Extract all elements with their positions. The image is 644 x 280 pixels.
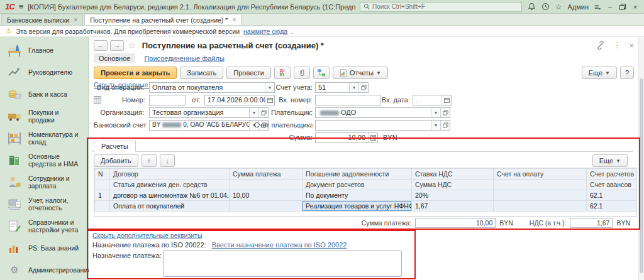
accounting-account-field[interactable]: 51 ▾ bbox=[315, 82, 369, 93]
scrollbar-thumb[interactable] bbox=[640, 78, 643, 273]
table-row[interactable]: Оплата от покупателей Реализация товаров… bbox=[95, 201, 637, 212]
close-tab-icon[interactable]: × bbox=[232, 16, 236, 23]
vat-rate-cell[interactable]: 20% bbox=[412, 190, 494, 201]
payment-purpose-textarea[interactable] bbox=[163, 250, 402, 277]
user-name[interactable]: Админ bbox=[567, 3, 589, 11]
number-field[interactable] bbox=[149, 95, 186, 105]
payer-field[interactable]: ОДО ▾ bbox=[315, 107, 450, 118]
document-structure-button[interactable] bbox=[313, 67, 330, 79]
dropdown-icon[interactable]: ▾ bbox=[349, 83, 358, 92]
total-vat-field[interactable]: 1,67 bbox=[570, 218, 613, 228]
dtkt-postings-button[interactable]: ДтКт bbox=[274, 67, 291, 79]
chevron-down-icon: ▼ bbox=[616, 158, 621, 164]
sidebar-item-nomenclature-warehouse[interactable]: Номенклатура и склад bbox=[6, 129, 87, 147]
help-button[interactable]: ? bbox=[620, 67, 634, 79]
bank-account-field[interactable]: BY0, ОАО 'АСБ БЕЛАРУСБА ▾ bbox=[149, 120, 269, 131]
favorites-star-icon[interactable]: ☆ bbox=[555, 3, 562, 11]
search-input[interactable] bbox=[372, 3, 518, 10]
open-item-icon[interactable] bbox=[440, 121, 450, 130]
tab-attached-files[interactable]: Присоединенные файлы bbox=[144, 55, 224, 62]
settlements-table: N Договор Сумма платежа Погашение задолж… bbox=[94, 168, 637, 217]
post-button[interactable]: Провести bbox=[226, 67, 271, 79]
sidebar-item-manager[interactable]: Руководителю bbox=[6, 63, 87, 81]
sidebar-item-employees-salary[interactable]: Сотрудники и зарплата bbox=[6, 173, 87, 191]
total-amount-label: Сумма платежа: bbox=[362, 219, 412, 227]
global-search[interactable] bbox=[360, 2, 522, 12]
payment-amount-cell[interactable]: 10,00 bbox=[230, 190, 303, 201]
payer-account-field[interactable]: ▾ bbox=[315, 120, 450, 131]
move-row-down-button[interactable]: ↓ bbox=[160, 154, 175, 167]
sidebar-item-knowledge-base[interactable]: PS: База знаний bbox=[6, 239, 87, 257]
tab-main[interactable]: Основное bbox=[94, 53, 135, 63]
amount-label: Сумма: bbox=[251, 134, 313, 141]
advance-account-cell[interactable]: 62.1 bbox=[587, 201, 637, 212]
repayment-cell[interactable]: По документу bbox=[303, 190, 412, 201]
sidebar-item-handbooks-settings[interactable]: Справочники и настройки учета bbox=[6, 217, 87, 235]
sidebar-item-bank-cash[interactable]: Банк и касса bbox=[6, 85, 87, 103]
vertical-scrollbar[interactable] bbox=[638, 37, 644, 280]
tab-settlements[interactable]: Расчеты bbox=[94, 141, 136, 152]
tab-receipt-document[interactable]: Поступление на расчетный счет (создание)… bbox=[84, 14, 242, 25]
table-more-button[interactable]: Еще▼ bbox=[592, 154, 628, 167]
post-and-close-button[interactable]: Провести и закрыть bbox=[94, 67, 177, 79]
settlement-document-cell[interactable]: Реализация товаров и услуг НФНФ-ЗР0141 о… bbox=[303, 201, 412, 212]
table-header-row: N Договор Сумма платежа Погашение задолж… bbox=[95, 169, 637, 180]
sidebar-item-main[interactable]: Главное bbox=[6, 41, 87, 59]
contract-cell[interactable]: договор на шиномонтаж №6 от 01.04.2020г. bbox=[110, 190, 230, 201]
dropdown-icon[interactable]: ▾ bbox=[431, 108, 440, 117]
close-form-icon[interactable]: × bbox=[629, 41, 634, 50]
sidebar-item-administration[interactable]: ⚙ Администрирование bbox=[6, 261, 87, 279]
calendar-icon[interactable] bbox=[441, 95, 451, 105]
sidebar-item-accounting-taxes[interactable]: Учет, налоги, отчетность bbox=[6, 195, 87, 213]
invoice-cell[interactable] bbox=[494, 190, 587, 201]
organization-field[interactable]: Тестовая организация ▾ bbox=[149, 107, 269, 118]
close-window-icon[interactable]: × bbox=[631, 3, 639, 11]
forward-arrow-icon[interactable]: → bbox=[110, 40, 124, 51]
open-item-icon[interactable] bbox=[358, 83, 368, 92]
back-arrow-icon[interactable]: ← bbox=[94, 40, 108, 51]
total-amount-field[interactable]: 10,00 bbox=[415, 218, 496, 228]
titlebar-right: ☆ Админ ≡▾ – × bbox=[360, 2, 639, 12]
main-menu-icon[interactable]: ≡ bbox=[19, 2, 24, 11]
amount-field[interactable]: 10,00 bbox=[315, 132, 378, 143]
sidebar-item-fixed-assets[interactable]: Основные средства и НМА bbox=[6, 151, 87, 169]
developer-warning-bar: ⚠ Эта версия для разработчиков. Для прио… bbox=[0, 26, 644, 37]
currency-label: BYN bbox=[383, 134, 397, 141]
dropdown-icon[interactable]: ▾ bbox=[431, 121, 440, 130]
history-clock-icon[interactable] bbox=[541, 3, 550, 11]
warning-link[interactable]: нажмите сюда bbox=[243, 28, 287, 35]
open-item-icon[interactable] bbox=[440, 108, 450, 117]
restore-window-icon[interactable] bbox=[619, 4, 626, 10]
save-button[interactable]: Записать bbox=[180, 67, 223, 79]
dropdown-icon[interactable]: ▾ bbox=[249, 108, 258, 117]
move-row-up-button[interactable]: ↑ bbox=[142, 154, 157, 167]
service-settings-icon[interactable]: ≡▾ bbox=[594, 3, 601, 11]
favorite-star-icon[interactable]: ☆ bbox=[128, 41, 136, 50]
payer-label: Плательщик: bbox=[264, 109, 313, 116]
incoming-date-field[interactable]: . . bbox=[413, 95, 452, 105]
minimize-icon[interactable]: – bbox=[606, 3, 614, 11]
sidebar-item-purchases-sales[interactable]: Покупки и продажи bbox=[6, 107, 87, 125]
settlement-account-cell[interactable]: 62.1 bbox=[587, 190, 637, 201]
close-tab-icon[interactable]: × bbox=[74, 16, 77, 23]
reports-button[interactable]: Отчеты▼ bbox=[333, 67, 388, 79]
get-link-icon[interactable] bbox=[596, 41, 605, 50]
enter-iso-purpose-link[interactable]: Ввести назначение платежа по ISO 20022 bbox=[212, 241, 347, 249]
calculator-icon[interactable] bbox=[368, 133, 377, 143]
bank-account-label: Банковский счет: bbox=[94, 121, 147, 129]
employee-person-icon bbox=[6, 175, 23, 190]
incoming-number-field[interactable] bbox=[315, 95, 381, 105]
total-vat-label: НДС (в т.ч.): bbox=[530, 219, 567, 227]
attachments-paperclip-button[interactable] bbox=[294, 67, 310, 79]
table-row[interactable]: 1 договор на шиномонтаж №6 от 01.04.2020… bbox=[95, 190, 637, 201]
more-button[interactable]: Еще▼ bbox=[582, 67, 617, 79]
notifications-bell-icon[interactable] bbox=[528, 3, 536, 11]
number-grid-icon[interactable] bbox=[94, 96, 101, 105]
tab-bank-statements[interactable]: Банковские выписки × bbox=[1, 14, 83, 25]
vat-amount-cell[interactable]: 1,67 bbox=[412, 201, 494, 212]
hide-additional-attributes-link[interactable]: Скрыть дополнительные реквизиты bbox=[92, 232, 202, 239]
cash-flow-item-cell[interactable]: Оплата от покупателей bbox=[110, 201, 230, 212]
add-row-button[interactable]: Добавить bbox=[94, 154, 138, 167]
menu-dots-icon[interactable]: ⋮ bbox=[613, 41, 621, 50]
truck-icon bbox=[6, 109, 23, 124]
